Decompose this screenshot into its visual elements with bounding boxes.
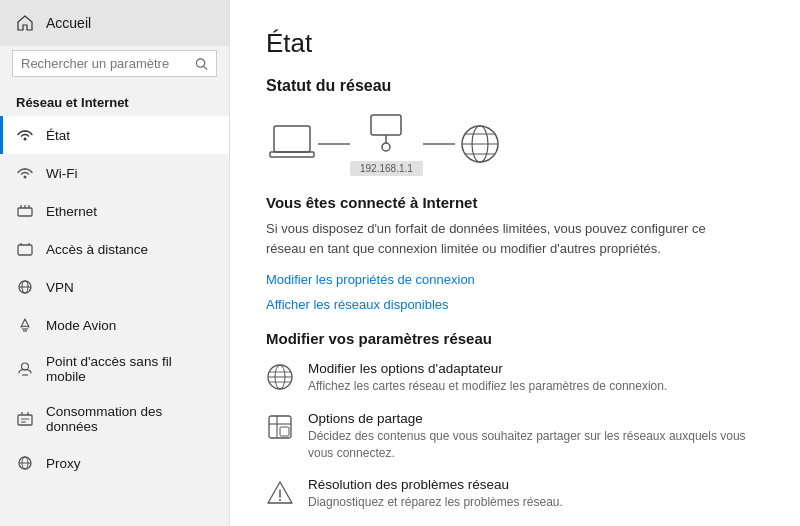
adapter-icon [266,363,294,391]
sidebar-item-acces-distance-label: Accès à distance [46,242,148,257]
sidebar-item-proxy[interactable]: Proxy [0,444,229,482]
sidebar-item-etat-label: État [46,128,70,143]
sidebar-item-wifi[interactable]: Wi-Fi [0,154,229,192]
troubleshoot-title: Résolution des problèmes réseau [308,477,563,492]
svg-rect-25 [270,152,314,157]
svg-point-0 [196,58,204,66]
adapter-title: Modifier les options d'adaptateur [308,361,667,376]
svg-rect-24 [274,126,310,152]
acces-distance-icon [16,240,34,258]
page-title: État [266,28,764,59]
description-text: Si vous disposez d'un forfait de données… [266,219,726,258]
troubleshoot-desc: Diagnostiquez et réparez les problèmes r… [308,494,563,511]
network-diagram: 192.168.1.1 [266,111,764,176]
svg-point-28 [382,143,390,151]
share-icon [266,413,294,441]
sidebar: Accueil Réseau et Internet État [0,0,230,526]
adapter-desc: Affichez les cartes réseau et modifiez l… [308,378,667,395]
settings-item-share: Options de partage Décidez des contenus … [266,411,764,462]
sidebar-item-consommation-label: Consommation des données [46,404,213,434]
main-content: État Statut du réseau 192.168.1.1 [230,0,800,526]
warning-icon [266,479,294,507]
statut-section-title: Statut du réseau [266,77,764,95]
consommation-icon [16,410,34,428]
connected-text: Vous êtes connecté à Internet [266,194,764,211]
globe-icon [455,119,505,169]
mode-avion-icon [16,316,34,334]
svg-line-1 [204,66,207,69]
link-afficher-reseaux[interactable]: Afficher les réseaux disponibles [266,297,764,312]
svg-rect-8 [18,245,32,255]
sidebar-item-vpn[interactable]: VPN [0,268,229,306]
sidebar-item-mode-avion-label: Mode Avion [46,318,116,333]
home-icon [16,14,34,32]
proxy-icon [16,454,34,472]
sidebar-item-ethernet-label: Ethernet [46,204,97,219]
modifier-section-title: Modifier vos paramètres réseau [266,330,764,347]
sidebar-item-wifi-label: Wi-Fi [46,166,77,181]
ip-badge: 192.168.1.1 [350,161,423,176]
laptop-icon [266,122,318,166]
adapter-content: Modifier les options d'adaptateur Affich… [308,361,667,395]
troubleshoot-content: Résolution des problèmes réseau Diagnost… [308,477,563,511]
router-icon [366,111,406,155]
diag-router: 192.168.1.1 [350,111,423,176]
sidebar-item-point-acces-label: Point d'accès sans fil mobile [46,354,213,384]
ethernet-icon [16,202,34,220]
sidebar-item-ethernet[interactable]: Ethernet [0,192,229,230]
search-icon [195,57,208,71]
vpn-icon [16,278,34,296]
share-content: Options de partage Décidez des contenus … [308,411,764,462]
svg-point-45 [279,499,281,501]
sidebar-section-label: Réseau et Internet [0,85,229,116]
sidebar-item-point-acces[interactable]: Point d'accès sans fil mobile [0,344,229,394]
point-acces-icon [16,360,34,378]
wifi-icon [16,164,34,182]
settings-item-adapter: Modifier les options d'adaptateur Affich… [266,361,764,395]
sidebar-item-acces-distance[interactable]: Accès à distance [0,230,229,268]
svg-point-3 [24,176,27,179]
etat-icon [16,126,34,144]
svg-rect-26 [371,115,401,135]
svg-rect-16 [18,415,32,425]
sidebar-item-proxy-label: Proxy [46,456,81,471]
home-label: Accueil [46,15,91,31]
sidebar-item-vpn-label: VPN [46,280,74,295]
sidebar-home-button[interactable]: Accueil [0,0,229,46]
link-modifier-proprietes[interactable]: Modifier les propriétés de connexion [266,272,764,287]
share-desc: Décidez des contenus que vous souhaitez … [308,428,764,462]
share-title: Options de partage [308,411,764,426]
svg-point-2 [24,138,27,141]
sidebar-item-etat[interactable]: État [0,116,229,154]
svg-rect-42 [280,427,289,436]
sidebar-item-mode-avion[interactable]: Mode Avion [0,306,229,344]
search-input[interactable] [21,56,189,71]
diag-line-2 [423,143,455,145]
search-box[interactable] [12,50,217,77]
svg-rect-4 [18,208,32,216]
diag-line-1 [318,143,350,145]
settings-item-troubleshoot: Résolution des problèmes réseau Diagnost… [266,477,764,511]
sidebar-item-consommation[interactable]: Consommation des données [0,394,229,444]
